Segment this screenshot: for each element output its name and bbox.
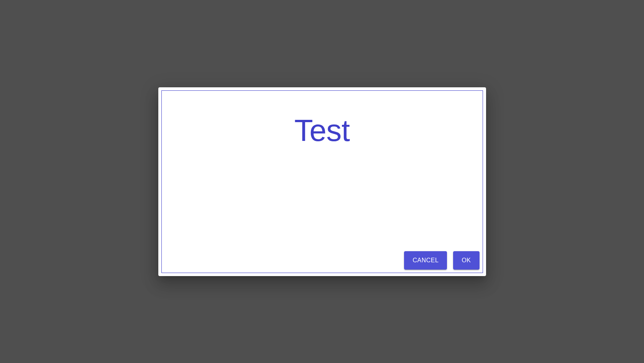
dialog: Test CANCEL OK xyxy=(158,87,486,276)
dialog-inner: Test CANCEL OK xyxy=(161,90,483,273)
ok-button[interactable]: OK xyxy=(453,251,479,270)
dialog-actions: CANCEL OK xyxy=(404,251,479,270)
dialog-title: Test xyxy=(162,113,483,148)
cancel-button[interactable]: CANCEL xyxy=(404,251,447,270)
